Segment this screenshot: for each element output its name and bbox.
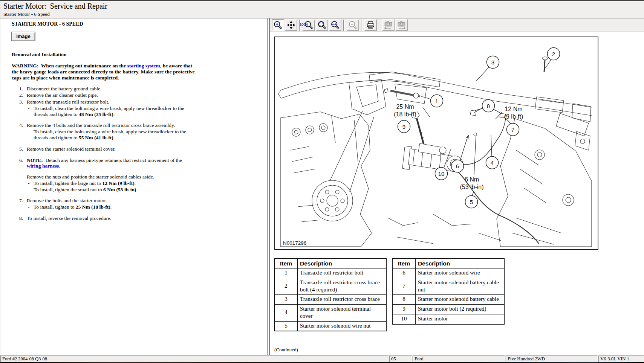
table-cell: 4: [274, 305, 298, 322]
step-sub-bullet: -To install, tighten the small nut to 6 …: [27, 187, 197, 193]
page-subtitle: Starter Motor - 6 Speed: [3, 11, 50, 17]
procedure-step: 3.Remove the transaxle roll restrictor b…: [12, 99, 197, 117]
table-cell: Starter motor bolt (2 required): [416, 305, 505, 314]
table-cell: Starter motor solenoid battery cable nut: [416, 278, 505, 295]
table-row: 2Transaxle roll restrictor cross brace b…: [274, 278, 386, 295]
table-cell: 2: [274, 278, 298, 295]
step-sub-bullet: -To install, clean the bolts using a wir…: [27, 129, 197, 141]
previous-image-button: [382, 19, 395, 31]
status-cell-year: 05: [389, 355, 412, 362]
continued-note: (Continued): [274, 347, 298, 353]
svg-text:25 Nm: 25 Nm: [396, 104, 414, 110]
figure-id: N0017296: [283, 240, 306, 246]
warning-text: WARNING: When carrying out maintenance o…: [12, 63, 197, 81]
table-cell: 9: [392, 305, 416, 314]
svg-text:7: 7: [511, 127, 514, 133]
warning-prefix: WARNING: When carrying out maintenance o…: [12, 63, 127, 69]
table-header: Description: [416, 259, 505, 268]
steps-list: 1.Disconnect the battery ground cable.2.…: [12, 86, 197, 221]
fit-window-icon: [317, 20, 327, 30]
table-row: 8Starter motor solenoid battery cable: [392, 295, 504, 305]
table-cell: Starter motor: [416, 314, 505, 324]
pan-icon: [286, 20, 296, 30]
starting-system-link[interactable]: starting system: [127, 63, 160, 69]
svg-text:(9 lb-ft): (9 lb-ft): [504, 113, 523, 120]
step-sub-bullet: -To install, tighten to 25 Nm (18 lb-ft)…: [27, 204, 197, 210]
section-heading: Removal and Installation: [12, 52, 197, 58]
torque-label: 25 Nm(18 lb-ft): [394, 104, 430, 117]
table-cell: 3: [274, 295, 298, 305]
table-row: 5Starter motor solenoid wire nut: [274, 321, 386, 331]
table-row: 9Starter motor bolt (2 required): [392, 305, 504, 314]
fit-window-button[interactable]: [316, 19, 328, 31]
svg-text:4: 4: [491, 160, 494, 166]
diagram-svg: 25 Nm(18 lb-ft)12 Nm(9 lb-ft)6 Nm(53 lb-…: [275, 37, 598, 249]
table-row: 1Transaxle roll restrictor bolt: [274, 268, 386, 278]
svg-text:9: 9: [402, 124, 405, 130]
procedure-step: 1.Disconnect the battery ground cable.: [12, 86, 197, 92]
doc-link[interactable]: wiring harness: [27, 163, 59, 169]
status-cell-database: Ford #2 2004-08 Q3-08: [0, 355, 389, 362]
procedure-step: 6.NOTE: Detach any harness pin-type reta…: [12, 157, 197, 193]
table-cell: Transaxle roll restrictor bolt: [298, 268, 387, 278]
step-number: 7.: [12, 198, 27, 210]
step-number: 3.: [12, 99, 27, 117]
table-row: 7Starter motor solenoid battery cable nu…: [392, 278, 504, 295]
toolbar: 100%: [270, 18, 644, 32]
table-cell: Starter motor solenoid wire: [416, 268, 505, 278]
next-image-button: [395, 19, 408, 31]
table-cell: Starter motor solenoid terminal cover: [298, 305, 387, 322]
step-number: 1.: [12, 86, 27, 92]
table-cell: 6: [392, 268, 416, 278]
page-title: Starter Motor: Service and Repair: [3, 2, 107, 11]
procedure-step: 4.Remove the 4 bolts and the transaxle r…: [12, 122, 197, 140]
item-description-table: ItemDescription6Starter motor solenoid w…: [392, 258, 505, 325]
procedure-step: 2.Remove the air cleaner outlet pipe.: [12, 92, 197, 98]
table-header: Description: [298, 259, 387, 268]
zoom-in-button[interactable]: [272, 19, 284, 31]
svg-text:1: 1: [435, 98, 438, 104]
table-cell: Starter motor solenoid battery cable: [416, 295, 505, 305]
table-row: 10Starter motor: [392, 314, 504, 324]
previous-image-icon: [383, 20, 393, 30]
procedure-step: 5.Remove the starter solenoid terminal c…: [12, 146, 197, 152]
table-cell: Starter motor solenoid wire nut: [298, 321, 387, 331]
fit-width-button[interactable]: [329, 19, 341, 31]
next-image-icon: [396, 20, 407, 30]
pan-button[interactable]: [285, 19, 297, 31]
svg-text:10: 10: [438, 171, 445, 177]
table-cell: Transaxle roll restrictor cross brace: [298, 295, 387, 305]
svg-text:12 Nm: 12 Nm: [505, 106, 522, 112]
svg-text:2: 2: [552, 51, 555, 57]
table-cell: 5: [274, 321, 298, 331]
step-number: 4.: [12, 122, 27, 140]
zoom-100-button[interactable]: 100%: [303, 19, 315, 31]
callout-6: 6: [451, 137, 468, 172]
print-button[interactable]: [364, 19, 377, 31]
svg-text:6: 6: [456, 163, 459, 169]
status-bar: Ford #2 2004-08 Q3-08 05 Ford Five Hundr…: [0, 355, 644, 362]
illustration-pane: 100%: [269, 18, 644, 355]
table-cell: 1: [274, 268, 298, 278]
toolbar-separator: [361, 20, 363, 31]
step-number: 2.: [12, 92, 27, 98]
step-sub-bullet: -To install, tighten the large nut to 12…: [27, 180, 197, 186]
table-row: 6Starter motor solenoid wire: [392, 268, 504, 278]
toolbar-separator: [343, 20, 345, 31]
callout-3: 3: [476, 56, 499, 82]
parts-table-1: ItemDescription1Transaxle roll restricto…: [274, 258, 387, 331]
table-header: Item: [392, 259, 416, 268]
fit-width-icon: [330, 20, 340, 30]
callout-5: 5: [465, 191, 478, 208]
image-button[interactable]: Image: [12, 32, 35, 41]
step-number: 6.: [12, 157, 27, 193]
zoom-in-icon: [273, 20, 283, 30]
print-icon: [366, 20, 375, 30]
procedure-step: 8.To install, reverse the removal proced…: [12, 215, 197, 221]
svg-text:(53 lb-in): (53 lb-in): [460, 184, 483, 190]
parts-table-2: ItemDescription6Starter motor solenoid w…: [392, 258, 505, 325]
status-cell-make: Ford: [413, 355, 505, 362]
procedure-pane: STARTER MOTOR - 6 SPEED Image Removal an…: [0, 18, 268, 355]
table-row: 3Transaxle roll restrictor cross brace: [274, 295, 386, 305]
procedure-heading: STARTER MOTOR - 6 SPEED: [12, 21, 197, 27]
